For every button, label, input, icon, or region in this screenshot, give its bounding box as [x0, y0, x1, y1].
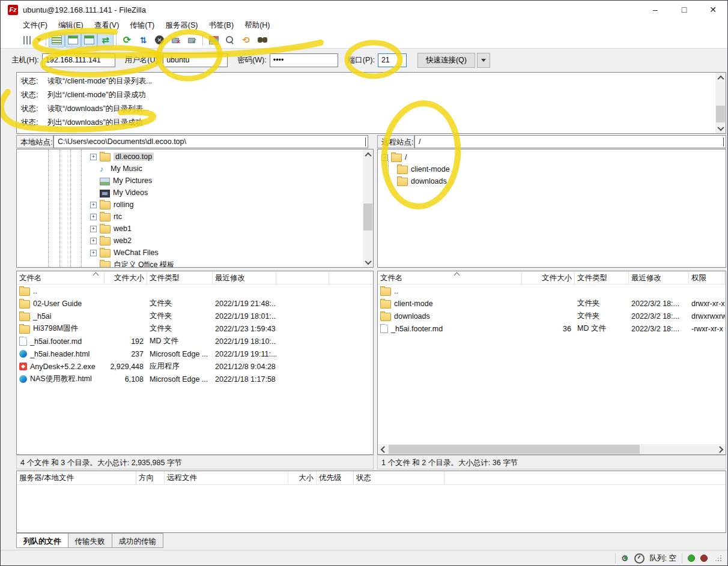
host-input[interactable] [42, 53, 115, 67]
speed-limit-gear-icon[interactable]: ⚙ [621, 553, 629, 563]
chevron-down-icon[interactable] [723, 138, 724, 146]
cancel-button[interactable] [151, 32, 168, 47]
remote-horizontal-scrollbar[interactable] [378, 444, 726, 454]
remote-site-combo[interactable]: / [414, 135, 726, 148]
file-row[interactable]: downloads文件夹2022/3/2 18:...drwxrwxrwx [378, 310, 726, 322]
column-header[interactable]: 最近修改 [213, 271, 276, 284]
local-tree-item[interactable]: My Music [17, 163, 363, 175]
queue-column-header[interactable]: 优先级 [317, 471, 354, 484]
chevron-down-icon[interactable] [365, 138, 366, 146]
queue-tab-2[interactable]: 传输失败 [68, 533, 112, 548]
menu-item-5[interactable]: 服务器(S) [160, 19, 203, 32]
queue-tab-3[interactable]: 成功的传输 [112, 533, 164, 548]
collapse-toggle-icon[interactable]: − [381, 154, 388, 161]
file-row[interactable]: AnyDesk+5.2.2.exe2,929,448应用程序2021/12/8 … [17, 360, 373, 373]
column-header[interactable]: 文件大小 [522, 271, 575, 284]
port-input[interactable] [378, 53, 407, 67]
scroll-down-icon[interactable] [715, 123, 726, 133]
scroll-down-icon[interactable] [363, 257, 373, 267]
menu-item-1[interactable]: 文件(F) [17, 19, 53, 32]
resize-grip[interactable] [715, 555, 721, 561]
toggle-queue-button[interactable] [97, 32, 114, 47]
scrollbar-thumb[interactable] [389, 445, 640, 454]
find-files-button[interactable] [254, 32, 270, 47]
expand-toggle-icon[interactable]: + [90, 226, 97, 232]
local-tree-item[interactable]: My Pictures [17, 175, 363, 187]
minimize-icon[interactable]: – [641, 1, 670, 19]
maximize-icon[interactable]: □ [670, 1, 699, 19]
queue-column-header[interactable]: 方向 [136, 471, 165, 484]
queue-column-header[interactable]: 大小 [288, 471, 317, 484]
local-tree-item[interactable]: +web1 [17, 223, 363, 235]
file-row[interactable]: _h5ai.header.html237Microsoft Edge ...20… [17, 348, 373, 360]
filter-button[interactable] [205, 32, 222, 47]
scroll-right-icon[interactable] [715, 444, 726, 454]
queue-column-header[interactable]: 服务器/本地文件 [17, 471, 136, 484]
site-manager-dropdown-button[interactable] [35, 33, 43, 47]
column-header[interactable]: 文件类型 [575, 271, 629, 284]
toggle-local-tree-button[interactable] [65, 32, 81, 47]
column-header[interactable]: 文件类型 [147, 271, 213, 284]
scroll-up-icon[interactable] [715, 73, 726, 83]
remote-tree-item[interactable]: downloads [397, 175, 724, 187]
queue-tab-1[interactable]: 列队的文件 [16, 533, 68, 548]
local-tree-item[interactable]: +rtc [17, 211, 363, 223]
quickconnect-dropdown-button[interactable] [477, 53, 490, 68]
scroll-up-icon[interactable] [363, 149, 373, 160]
menu-item-4[interactable]: 传输(T) [124, 19, 160, 32]
file-row[interactable]: _h5ai.footer.md192MD 文件2022/1/19 18:10:.… [17, 335, 373, 348]
remote-tree-item[interactable]: client-mode [397, 163, 724, 175]
queue-column-header[interactable]: 远程文件 [165, 471, 288, 484]
local-site-combo[interactable]: C:\Users\ecoo\Documents\dl.ecoo.top\ [53, 135, 368, 148]
speed-gauge-icon[interactable] [634, 553, 645, 564]
expand-toggle-icon[interactable]: + [90, 214, 97, 220]
reconnect-button[interactable] [184, 32, 200, 47]
menu-item-2[interactable]: 编辑(E) [53, 19, 89, 32]
site-manager-button[interactable] [19, 32, 35, 47]
expand-toggle-icon[interactable]: + [90, 202, 97, 208]
sync-browse-button[interactable] [238, 32, 254, 47]
column-header[interactable]: 权限 [689, 271, 725, 284]
expand-toggle-icon[interactable]: + [90, 238, 97, 244]
close-icon[interactable]: ✕ [699, 1, 727, 19]
menu-item-7[interactable]: 帮助(H) [239, 19, 275, 32]
toggle-log-button[interactable] [49, 32, 65, 47]
column-header[interactable] [276, 271, 329, 284]
expand-toggle-icon[interactable]: + [90, 154, 97, 160]
file-row[interactable]: client-mode文件夹2022/3/2 18:...drwxr-xr-x [378, 297, 726, 310]
scrollbar-thumb[interactable] [716, 106, 725, 122]
local-tree-scrollbar[interactable] [363, 149, 373, 267]
file-row[interactable]: _h5ai.footer.md36MD 文件2022/3/2 18:...-rw… [378, 322, 726, 335]
local-tree-item[interactable]: +dl.ecoo.top [17, 151, 363, 163]
expand-toggle-icon[interactable]: + [90, 250, 97, 256]
column-header[interactable]: 最近修改 [629, 271, 689, 284]
column-header[interactable]: 文件大小 [105, 271, 147, 284]
local-tree-item[interactable]: My Videos [17, 187, 363, 199]
column-header[interactable]: 文件名 [378, 271, 522, 284]
disconnect-button[interactable] [168, 32, 184, 47]
menu-item-3[interactable]: 查看(V) [89, 19, 125, 32]
local-tree-item[interactable]: +web2 [17, 235, 363, 247]
file-row[interactable]: _h5ai文件夹2022/1/19 18:01:... [17, 310, 373, 322]
refresh-button[interactable] [119, 32, 135, 47]
file-row[interactable]: 02-User Guide文件夹2022/1/19 21:48:... [17, 297, 373, 310]
scroll-left-icon[interactable] [378, 444, 388, 454]
local-tree-item[interactable]: +rolling [17, 199, 363, 211]
file-row[interactable]: NAS使用教程.html6,108Microsoft Edge ...2022/… [17, 373, 373, 385]
compare-button[interactable] [222, 32, 238, 47]
menu-item-6[interactable]: 书签(B) [203, 19, 239, 32]
file-row[interactable]: .. [17, 285, 373, 297]
log-scrollbar[interactable] [715, 73, 726, 133]
quickconnect-button[interactable]: 快速连接(Q) [417, 53, 475, 68]
process-queue-button[interactable] [135, 32, 151, 47]
toggle-remote-tree-button[interactable] [81, 32, 97, 47]
column-header[interactable]: 文件名 [17, 271, 105, 284]
local-tree-item[interactable]: 自定义 Office 模板 [17, 259, 363, 268]
scrollbar-thumb[interactable] [363, 203, 372, 230]
remote-tree-item[interactable]: −/ [381, 151, 724, 163]
local-tree-item[interactable]: +WeChat Files [17, 247, 363, 259]
username-input[interactable] [163, 53, 228, 67]
password-input[interactable] [270, 53, 338, 67]
file-row[interactable]: .. [378, 285, 726, 297]
file-row[interactable]: Hi3798M固件文件夹2022/1/23 1:59:43 [17, 322, 373, 335]
